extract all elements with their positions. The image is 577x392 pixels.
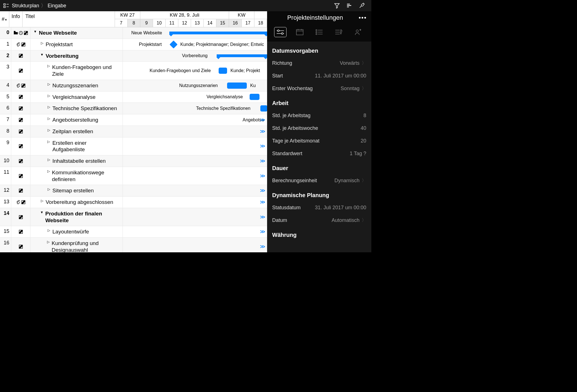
task-title[interactable]: ▷Sitemap erstellen [30,185,123,196]
task-row[interactable]: 10▷Inhaltstabelle erstellen>> [0,155,267,167]
disclosure-icon[interactable]: ▷ [47,158,51,162]
task-row[interactable]: 8▷Zeitplan erstellen>> [0,126,267,137]
task-title[interactable]: ▷Vergleichsanalyse [30,92,123,103]
disclosure-icon[interactable]: ▷ [47,82,51,86]
setting-weekday[interactable]: Erster WochentagSonntag〉 [272,82,366,95]
tab-calendar[interactable] [294,27,306,37]
disclosure-icon[interactable]: ▷ [47,128,51,132]
setting-days-month[interactable]: Tage je Arbeitsmonat20 [272,135,366,147]
disclosure-icon[interactable]: ▷ [47,240,50,244]
gantt-label: Neue Webseite [131,30,162,35]
disclosure-icon[interactable]: ▷ [40,41,44,45]
breadcrumb-second[interactable]: Eingabe [48,3,66,9]
tab-edit[interactable] [332,27,345,37]
disclosure-icon[interactable]: ▷ [47,117,51,121]
offscreen-arrow-icon[interactable]: >> [260,244,264,250]
task-row[interactable]: 5▷VergleichsanalyseVergleichsanalyse [0,92,267,103]
task-title[interactable]: ▷Layoutentwürfe [30,226,123,237]
disclosure-icon[interactable]: ▷ [40,199,44,203]
setting-direction[interactable]: RichtungVorwärts〉 [272,57,366,70]
task-row[interactable]: 11▷Kommunikationswege definieren>> [0,167,267,185]
gantt-summary-bar[interactable] [169,32,267,34]
task-title[interactable]: ▷Projektstart [30,39,123,50]
disclosure-icon[interactable]: ▷ [47,187,51,191]
gantt-summary-bar[interactable] [217,54,267,57]
task-title[interactable]: ▷Kundenprüfung und Designauswahl [30,238,123,252]
task-row[interactable]: 1▷ProjektstartProjektstartKunde; Projekt… [0,39,267,50]
gantt-bar[interactable] [219,68,227,74]
disclosure-icon[interactable]: ▼ [40,53,44,57]
offscreen-arrow-icon[interactable]: >> [260,199,264,205]
col-header-number[interactable]: #▲ [0,11,9,27]
offscreen-arrow-icon[interactable]: >> [260,229,264,235]
col-header-info[interactable]: Info [9,11,23,27]
gantt-bar[interactable] [260,105,267,112]
setting-hours-day[interactable]: Std. je Arbeitstag8 [272,109,366,122]
offscreen-arrow-icon[interactable]: >> [260,188,264,194]
breadcrumb-first[interactable]: Strukturplan [12,3,39,9]
task-title[interactable]: ▷Inhaltstabelle erstellen [30,155,123,167]
task-row[interactable]: 12▷Sitemap erstellen>> [0,185,267,197]
wrench-icon[interactable] [358,2,365,9]
task-title[interactable]: ▷Kunden-Fragebogen und Ziele [30,62,123,80]
tab-share[interactable] [352,27,364,37]
tab-list[interactable] [313,27,325,37]
task-number: 5 [0,92,11,103]
col-header-title[interactable]: Titel [23,11,115,27]
task-number: 7 [0,114,11,126]
disclosure-icon[interactable]: ▷ [47,105,51,109]
task-title[interactable]: ▷Kommunikationswege definieren [30,167,123,185]
day-header: 9 [140,19,153,27]
task-row[interactable]: 6▷Technische SpezifikationenTechnische S… [0,103,267,114]
task-row[interactable]: 9▷Erstellen einer Aufgabenliste>> [0,137,267,156]
task-row[interactable]: 2▼VorbereitungVorbereitung [0,50,267,62]
filter-icon[interactable] [334,2,340,9]
offscreen-arrow-icon[interactable]: >> [260,143,264,149]
disclosure-icon[interactable]: ▷ [47,94,51,98]
task-row[interactable]: 3▷Kunden-Fragebogen und ZieleKunden-Frag… [0,62,267,80]
setting-start[interactable]: Start11. Juli 2017 um 00:00 [272,70,366,82]
tab-general[interactable] [274,27,287,37]
task-number: 4 [0,80,11,91]
outline-icon[interactable] [3,2,10,9]
setting-unit[interactable]: BerechnungseinheitDynamisch〉 [272,174,366,187]
task-row[interactable]: 14▼Produktion der finalen Webseite>> [0,208,267,226]
offscreen-arrow-icon[interactable]: >> [260,214,264,220]
setting-hours-week[interactable]: Std. je Arbeitswoche40 [272,122,366,135]
gantt-bar[interactable] [227,83,247,89]
offscreen-arrow-icon[interactable]: >> [260,158,264,164]
disclosure-icon[interactable]: ▷ [47,228,51,232]
task-title[interactable]: ▷Nutzungsszenarien [30,80,123,91]
more-icon[interactable]: ••• [359,14,367,21]
task-row[interactable]: 16▷Kundenprüfung und Designauswahl>> [0,238,267,252]
offscreen-arrow-icon[interactable]: >> [260,128,264,134]
offscreen-arrow-icon[interactable]: >> [260,117,264,123]
task-title[interactable]: ▷Zeitplan erstellen [30,126,123,137]
task-row[interactable]: 15▷Layoutentwürfe>> [0,226,267,238]
disclosure-icon[interactable]: ▼ [33,30,37,34]
task-row[interactable]: 13▷Vorbereitung abgeschlossen>> [0,197,267,208]
setting-status-date[interactable]: Statusdatum31. Juli 2017 um 00:00 [272,201,366,214]
task-row[interactable]: 0▼Neue WebseiteNeue Webseite [0,27,267,39]
task-row[interactable]: 7▷AngebotserstellungAngebotse>> [0,114,267,126]
task-title[interactable]: ▼Produktion der finalen Webseite [30,208,123,226]
task-row[interactable]: 4▷NutzungsszenarienNutzungsszenarienKu [0,80,267,92]
task-title[interactable]: ▼Neue Webseite [30,27,123,39]
gantt-bar[interactable] [250,94,259,100]
disclosure-icon[interactable]: ▷ [47,169,50,173]
setting-date[interactable]: DatumAutomatisch〉 [272,214,366,227]
task-title[interactable]: ▼Vorbereitung [30,50,123,62]
gantt-label: Technische Spezifikationen [196,106,250,111]
disclosure-icon[interactable]: ▷ [47,140,51,144]
task-title[interactable]: ▷Angebotserstellung [30,114,123,126]
disclosure-icon[interactable]: ▼ [40,210,44,214]
gantt-milestone[interactable] [170,40,177,48]
offscreen-arrow-icon[interactable]: >> [260,173,264,179]
gantt-icon[interactable] [346,2,353,9]
task-title[interactable]: ▷Vorbereitung abgeschlossen [30,197,123,208]
task-number: 15 [0,226,11,237]
disclosure-icon[interactable]: ▷ [47,64,50,68]
setting-default[interactable]: Standardwert1 Tag ? [272,147,366,160]
task-title[interactable]: ▷Technische Spezifikationen [30,103,123,114]
task-title[interactable]: ▷Erstellen einer Aufgabenliste [30,137,123,155]
